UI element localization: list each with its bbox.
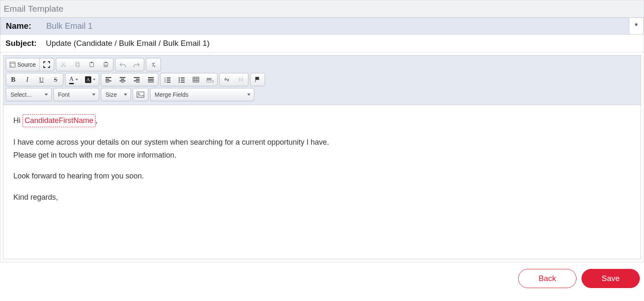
underline-icon: U [39, 76, 44, 83]
table-button[interactable] [189, 73, 203, 86]
svg-line-4 [62, 63, 65, 65]
body-para-1: I have come across your details on our s… [13, 136, 631, 148]
merge-fields-label: Merge Fields [155, 91, 188, 98]
merge-field-candidate-first-name[interactable]: CandidateFirstName [23, 114, 95, 127]
align-right-icon [133, 77, 140, 83]
link-button[interactable] [220, 73, 234, 86]
font-select-label: Font [58, 91, 70, 98]
text-color-button[interactable]: A [65, 73, 82, 86]
name-row: Name: * [0, 18, 644, 35]
image-button[interactable] [133, 88, 148, 101]
svg-rect-0 [10, 62, 15, 67]
italic-button[interactable]: I [20, 73, 35, 86]
style-select[interactable]: Select... [6, 88, 52, 101]
style-select-label: Select... [10, 91, 32, 98]
align-left-button[interactable] [101, 73, 115, 86]
copy-button[interactable] [70, 58, 85, 71]
undo-icon [119, 62, 126, 68]
redo-icon [133, 62, 140, 68]
bg-color-button[interactable]: A [82, 73, 99, 86]
svg-text:x: x [154, 64, 155, 68]
svg-rect-8 [91, 62, 93, 63]
unlink-button[interactable] [234, 73, 248, 86]
greeting-suffix: , [95, 116, 98, 125]
cut-button[interactable] [56, 58, 70, 71]
svg-rect-6 [76, 63, 79, 67]
align-left-icon [105, 77, 112, 83]
svg-rect-7 [90, 63, 93, 67]
source-label: Source [17, 61, 35, 68]
subject-row: Subject: Update (Candidate / Bulk Email … [0, 35, 644, 53]
unordered-list-icon [178, 77, 185, 83]
copy-icon [75, 62, 80, 68]
svg-point-37 [178, 79, 180, 80]
strike-button[interactable]: S [49, 73, 63, 86]
ordered-list-button[interactable]: 123 [160, 73, 175, 86]
size-select[interactable]: Size [101, 88, 131, 101]
underline-button[interactable]: U [35, 73, 49, 86]
align-justify-button[interactable] [144, 73, 158, 86]
paste-button[interactable] [85, 58, 99, 71]
svg-point-2 [64, 65, 65, 67]
subject-value[interactable]: Update (Candidate / Bulk Email / Bulk Em… [44, 35, 644, 52]
svg-point-1 [61, 65, 63, 67]
footer-actions: Back Save [0, 262, 644, 289]
svg-rect-5 [75, 62, 78, 66]
paste-word-button[interactable]: W [99, 58, 113, 71]
svg-point-38 [178, 81, 180, 83]
svg-rect-42 [193, 77, 199, 82]
bg-color-icon: A [85, 76, 91, 83]
svg-line-3 [61, 63, 64, 65]
align-center-icon [119, 77, 126, 83]
size-select-label: Size [105, 91, 117, 98]
div-icon: DIV [206, 77, 214, 83]
subject-label: Subject: [0, 35, 44, 52]
save-button[interactable]: Save [581, 269, 640, 288]
svg-text:W: W [105, 64, 107, 67]
align-justify-icon [148, 77, 154, 83]
rich-text-editor: Source [3, 55, 641, 259]
flag-icon [255, 77, 261, 83]
paste-icon [89, 62, 95, 68]
cut-icon [60, 62, 66, 68]
body-para-2: Please get in touch with me for more inf… [13, 149, 631, 161]
remove-format-button[interactable]: Tx [146, 58, 160, 71]
font-select[interactable]: Font [53, 88, 99, 101]
body-para-4: Kind regards, [13, 191, 631, 203]
text-color-icon: A [69, 75, 73, 84]
unordered-list-button[interactable] [175, 73, 189, 86]
maximize-button[interactable] [40, 58, 54, 71]
strike-icon: S [54, 76, 57, 83]
email-template-editor: Email Template Name: * Subject: Update (… [0, 0, 644, 262]
undo-button[interactable] [115, 58, 130, 71]
svg-text:DIV: DIV [207, 78, 212, 80]
italic-icon: I [26, 76, 28, 83]
bold-button[interactable]: B [6, 73, 20, 86]
svg-point-36 [178, 77, 180, 78]
name-input[interactable] [45, 18, 629, 34]
editor-toolbar: Source [3, 55, 641, 105]
remove-format-icon: Tx [150, 61, 157, 68]
source-button[interactable]: Source [6, 58, 40, 71]
flag-button[interactable] [251, 73, 265, 86]
svg-point-51 [138, 93, 139, 94]
div-container-button[interactable]: DIV [203, 73, 217, 86]
merge-fields-select[interactable]: Merge Fields [150, 88, 254, 101]
back-button[interactable]: Back [518, 269, 576, 288]
greeting-prefix: Hi [13, 116, 23, 125]
svg-rect-48 [206, 80, 213, 82]
source-icon [10, 62, 15, 68]
required-marker: * [629, 18, 643, 34]
body-para-3: Look forward to hearing from you soon. [13, 170, 631, 182]
redo-button[interactable] [130, 58, 144, 71]
svg-rect-10 [105, 62, 107, 63]
editor-body[interactable]: Hi CandidateFirstName, I have come acros… [3, 105, 641, 259]
unlink-icon [238, 77, 244, 83]
bold-icon: B [11, 76, 15, 83]
align-right-button[interactable] [130, 73, 144, 86]
ordered-list-icon: 123 [164, 77, 171, 83]
name-label: Name: [1, 18, 45, 34]
svg-text:3: 3 [164, 81, 166, 83]
align-center-button[interactable] [115, 73, 130, 86]
table-icon [193, 77, 199, 83]
